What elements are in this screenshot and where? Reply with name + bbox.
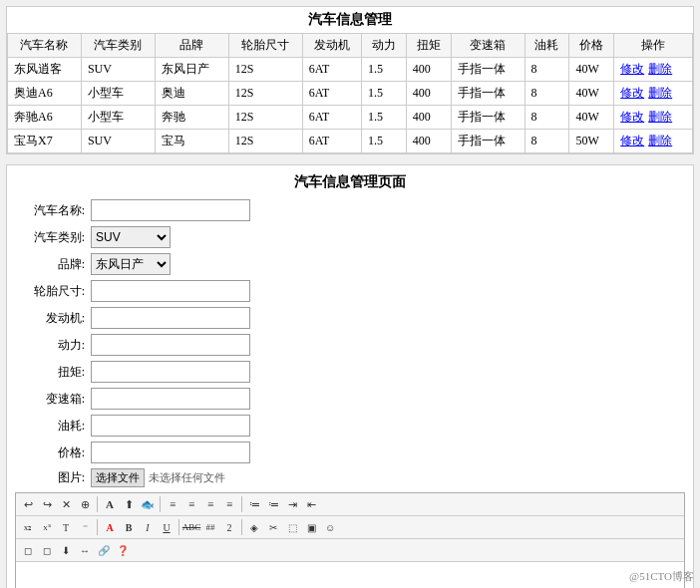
tb-remove[interactable]: ✕ bbox=[57, 495, 75, 513]
form-row-car-name: 汽车名称: bbox=[15, 199, 685, 221]
table-col-header: 动力 bbox=[361, 34, 406, 58]
tb-cut[interactable]: ✂ bbox=[264, 518, 282, 536]
tb-align-right[interactable]: ≡ bbox=[201, 495, 219, 513]
tb-image[interactable]: 🐟 bbox=[139, 495, 157, 513]
table-cell: 1.5 bbox=[361, 130, 406, 153]
tb-help[interactable]: ❓ bbox=[114, 541, 132, 559]
edit-link[interactable]: 修改 bbox=[620, 134, 644, 147]
tb-align-justify[interactable]: ≡ bbox=[220, 495, 238, 513]
tb-table[interactable]: ## bbox=[201, 518, 219, 536]
toolbar-row3: ◻ ◻ ⬇ ↔ 🔗 ❓ bbox=[16, 539, 684, 562]
table-cell: 12S bbox=[228, 106, 302, 130]
form-label-fuel: 油耗: bbox=[15, 418, 85, 435]
table-body: 东风逍客SUV东风日产12S6AT1.5400手指一体840W修改删除奥迪A6小… bbox=[8, 58, 693, 153]
tb-outdent[interactable]: ⇤ bbox=[302, 495, 320, 513]
table-row: 宝马X7SUV宝马12S6AT1.5400手指一体850W修改删除 bbox=[8, 130, 693, 153]
form-fields-container: 汽车名称:汽车类别:SUV小型车轿车越野车品牌:东风日产奥迪奔驰宝马轮胎尺寸:发… bbox=[15, 199, 685, 463]
car-type-select[interactable]: SUV小型车轿车越野车 bbox=[91, 226, 171, 248]
table-cell: 1.5 bbox=[361, 82, 406, 106]
delete-link[interactable]: 删除 bbox=[648, 86, 672, 100]
tb-copy[interactable]: ⬚ bbox=[283, 518, 301, 536]
power-input[interactable] bbox=[91, 334, 250, 356]
tb-style[interactable]: T bbox=[57, 518, 75, 536]
table-cell: 6AT bbox=[302, 130, 361, 153]
form-label-engine: 发动机: bbox=[15, 310, 85, 327]
file-placeholder: 未选择任何文件 bbox=[149, 470, 225, 485]
table-col-header: 品牌 bbox=[155, 34, 228, 58]
table-cell: 小型车 bbox=[81, 82, 155, 106]
car-name-input[interactable] bbox=[91, 199, 250, 221]
tb-link[interactable]: 🔗 bbox=[95, 541, 113, 559]
table-cell: 奥迪 bbox=[155, 82, 228, 106]
table-cell: 手指一体 bbox=[451, 106, 525, 130]
tb-ol[interactable]: ≔ bbox=[245, 495, 263, 513]
form-row-price: 价格: bbox=[15, 441, 685, 463]
table-cell: 8 bbox=[525, 106, 569, 130]
tb-download[interactable]: ⬇ bbox=[57, 541, 75, 559]
table-cell: 手指一体 bbox=[451, 130, 525, 153]
tb-strike[interactable]: ABC bbox=[182, 518, 200, 536]
tb-add[interactable]: ⊕ bbox=[76, 495, 94, 513]
tb-box2[interactable]: ◻ bbox=[38, 541, 56, 559]
sep5 bbox=[178, 519, 179, 535]
engine-input[interactable] bbox=[91, 307, 250, 329]
table-cell: 40W bbox=[569, 106, 614, 130]
choose-file-button[interactable]: 选择文件 bbox=[91, 468, 145, 487]
table-cell: 40W bbox=[569, 82, 614, 106]
edit-link[interactable]: 修改 bbox=[620, 110, 644, 124]
tb-box1[interactable]: ◻ bbox=[19, 541, 37, 559]
table-cell: 400 bbox=[406, 58, 451, 82]
tb-indent[interactable]: ⇥ bbox=[283, 495, 301, 513]
tb-up[interactable]: ⬆ bbox=[120, 495, 138, 513]
tb-bold[interactable]: B bbox=[120, 518, 138, 536]
tb-italic[interactable]: I bbox=[139, 518, 157, 536]
delete-link[interactable]: 删除 bbox=[648, 62, 672, 76]
sep2 bbox=[160, 496, 161, 512]
tb-ul[interactable]: ≔ bbox=[264, 495, 282, 513]
table-cell: 宝马 bbox=[155, 130, 228, 153]
tb-sup[interactable]: xˢ bbox=[38, 518, 56, 536]
delete-link[interactable]: 删除 bbox=[648, 110, 672, 124]
tb-resize[interactable]: ↔ bbox=[76, 541, 94, 559]
form-label-car-brand: 品牌: bbox=[15, 256, 85, 273]
table-ops-cell: 修改删除 bbox=[614, 106, 693, 130]
table-header-row: 汽车名称汽车类别品牌轮胎尺寸发动机动力扭矩变速箱油耗价格操作 bbox=[8, 34, 693, 58]
form-label-price: 价格: bbox=[15, 444, 85, 461]
tb-underline[interactable]: U bbox=[158, 518, 175, 536]
editor-content[interactable] bbox=[16, 562, 684, 588]
table-cell: 手指一体 bbox=[451, 58, 525, 82]
delete-link[interactable]: 删除 bbox=[648, 134, 672, 147]
tb-paste[interactable]: ▣ bbox=[302, 518, 320, 536]
price-input[interactable] bbox=[91, 441, 250, 463]
torque-input[interactable] bbox=[91, 361, 250, 383]
gearbox-input[interactable] bbox=[91, 388, 250, 410]
tb-format[interactable]: ⁻ bbox=[76, 518, 94, 536]
tb-undo[interactable]: ↩ bbox=[19, 495, 37, 513]
tb-redo[interactable]: ↪ bbox=[38, 495, 56, 513]
table-col-header: 发动机 bbox=[302, 34, 361, 58]
tb-font[interactable]: A bbox=[101, 495, 119, 513]
table-cell: 6AT bbox=[302, 58, 361, 82]
tb-align-left[interactable]: ≡ bbox=[164, 495, 181, 513]
data-table: 汽车名称汽车类别品牌轮胎尺寸发动机动力扭矩变速箱油耗价格操作 东风逍客SUV东风… bbox=[7, 33, 693, 153]
form-row-gearbox: 变速箱: bbox=[15, 388, 685, 410]
car-brand-select[interactable]: 东风日产奥迪奔驰宝马 bbox=[91, 253, 171, 275]
edit-link[interactable]: 修改 bbox=[620, 62, 644, 76]
tb-num[interactable]: 2 bbox=[220, 518, 238, 536]
fuel-input[interactable] bbox=[91, 415, 250, 437]
tb-smile[interactable]: ☺ bbox=[321, 518, 339, 536]
table-row: 奥迪A6小型车奥迪12S6AT1.5400手指一体840W修改删除 bbox=[8, 82, 693, 106]
form-row-fuel: 油耗: bbox=[15, 415, 685, 437]
tire-size-input[interactable] bbox=[91, 280, 250, 302]
form-row-power: 动力: bbox=[15, 334, 685, 356]
table-ops-cell: 修改删除 bbox=[614, 130, 693, 153]
tb-emoticon[interactable]: ◈ bbox=[245, 518, 263, 536]
top-section: 汽车信息管理 汽车名称汽车类别品牌轮胎尺寸发动机动力扭矩变速箱油耗价格操作 东风… bbox=[6, 6, 694, 154]
form-row-car-brand: 品牌:东风日产奥迪奔驰宝马 bbox=[15, 253, 685, 275]
tb-align-center[interactable]: ≡ bbox=[182, 495, 200, 513]
sep4 bbox=[97, 519, 98, 535]
tb-sub[interactable]: x₂ bbox=[19, 518, 37, 536]
edit-link[interactable]: 修改 bbox=[620, 86, 644, 100]
tb-fontcolor[interactable]: A bbox=[101, 518, 119, 536]
table-cell: 东风逍客 bbox=[8, 58, 82, 82]
